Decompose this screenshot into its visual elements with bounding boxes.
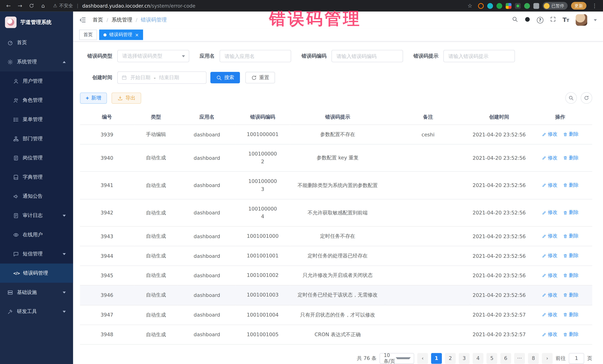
extension-icon[interactable] (524, 3, 530, 9)
show-search-toggle-button[interactable] (565, 92, 577, 104)
tab-error-code-management[interactable]: 错误码管理 × (99, 30, 143, 40)
page-size-select[interactable]: 10条/页 (380, 353, 414, 364)
delete-link[interactable]: 删除 (563, 331, 579, 338)
extension-icon[interactable] (497, 3, 502, 9)
page-button-4[interactable]: 4 (473, 353, 483, 364)
col-header-ops: 操作 (528, 110, 592, 125)
sidebar-item-home[interactable]: 首页 (0, 33, 73, 52)
browser-home-button[interactable]: ⌂ (38, 1, 48, 10)
date-range-picker[interactable]: 开始日期 - 结束日期 (117, 72, 207, 84)
sidebar-item-infrastructure[interactable]: 基础设施 (0, 283, 73, 302)
reset-button[interactable]: 重置 (245, 72, 275, 83)
cell-hint: 定时任务已经处于该状态，无需修改 (290, 286, 386, 305)
delete-link[interactable]: 删除 (563, 311, 579, 318)
tab-close-icon[interactable]: × (135, 33, 139, 37)
delete-link[interactable]: 删除 (563, 292, 579, 298)
sidebar-item-audit-log[interactable]: 审计日志 (0, 206, 73, 225)
sidebar-item-dict-management[interactable]: 字典管理 (0, 167, 73, 187)
edit-link[interactable]: 修改 (542, 331, 557, 338)
edit-link[interactable]: 修改 (542, 272, 557, 279)
extension-icon[interactable] (506, 3, 511, 9)
edit-link[interactable]: 修改 (542, 154, 557, 161)
sidebar-item-notice[interactable]: 通知公告 (0, 187, 73, 206)
app-name-label: 应用名 (200, 53, 215, 59)
tab-home[interactable]: 首页 (79, 30, 97, 40)
edit-link[interactable]: 修改 (542, 131, 557, 138)
cell-remark (386, 325, 470, 344)
page-button-8[interactable]: 8 (528, 353, 539, 364)
page-button-1[interactable]: 1 (431, 353, 442, 364)
app-logo[interactable]: 芋道管理系统 (0, 11, 73, 33)
delete-link[interactable]: 删除 (563, 182, 579, 188)
breadcrumb: 首页 / 系统管理 / 错误码管理 (93, 16, 167, 23)
sidebar-item-sms-management[interactable]: 短信管理 (0, 244, 73, 264)
delete-link[interactable]: 删除 (563, 272, 579, 279)
sidebar-item-system-management[interactable]: 系统管理 (0, 52, 73, 72)
browser-forward-button[interactable]: → (15, 1, 25, 10)
site-security-indicator[interactable]: ⚠ 不安全 (53, 2, 73, 9)
sidebar-item-dept-management[interactable]: 部门管理 (0, 129, 73, 148)
delete-link[interactable]: 删除 (563, 210, 579, 216)
cell-time: 2021-04-20 23:52:56 (470, 125, 528, 144)
browser-update-button[interactable]: 更新 (571, 2, 587, 10)
user-avatar[interactable] (576, 14, 587, 26)
edit-link[interactable]: 修改 (542, 210, 557, 216)
cell-remark: ceshi (386, 125, 470, 144)
edit-link[interactable]: 修改 (542, 292, 557, 298)
font-size-icon[interactable]: TT (563, 16, 569, 23)
edit-link[interactable]: 修改 (542, 233, 557, 240)
sidebar-item-dev-tools[interactable]: 研发工具 (0, 302, 73, 321)
goto-page-input[interactable] (569, 353, 584, 364)
browser-back-button[interactable]: ← (4, 1, 13, 10)
avatar-caret-down-icon[interactable] (594, 19, 597, 21)
address-bar[interactable]: dashboard.yudao.iocoder.cn/system/error-… (82, 3, 195, 9)
delete-link[interactable]: 删除 (563, 233, 579, 240)
delete-link[interactable]: 删除 (563, 154, 579, 161)
error-hint-input[interactable] (443, 50, 515, 62)
refresh-table-button[interactable] (581, 92, 592, 104)
github-icon[interactable] (524, 16, 530, 23)
delete-link[interactable]: 删除 (563, 253, 579, 259)
sidebar-item-error-code-management[interactable]: </> 错误码管理 (0, 264, 73, 283)
export-button[interactable]: 导出 (112, 92, 141, 103)
next-page-button[interactable]: › (542, 353, 553, 364)
app-name-input[interactable] (220, 50, 291, 62)
search-button[interactable]: 搜索 (210, 72, 240, 83)
screenshot-root: ← → ⌂ ⚠ 不安全 | dashboard.yudao.iocoder.cn… (0, 0, 603, 364)
page-button-6[interactable]: 6 (500, 353, 511, 364)
extension-icon[interactable] (515, 3, 521, 9)
bookmark-star-icon[interactable]: ☆ (465, 1, 475, 10)
sidebar-item-user-management[interactable]: 用户管理 (0, 72, 73, 91)
browser-reload-button[interactable] (27, 1, 36, 10)
edit-link[interactable]: 修改 (542, 311, 557, 318)
edit-link[interactable]: 修改 (542, 182, 557, 188)
breadcrumb-item-home[interactable]: 首页 (93, 16, 103, 23)
sidebar-item-online-users[interactable]: 在线用户 (0, 225, 73, 244)
cell-time: 2021-04-20 23:52:56 (470, 246, 528, 266)
header-search-icon[interactable] (512, 16, 518, 24)
sidebar-fold-button[interactable] (79, 16, 86, 23)
prev-page-button[interactable]: ‹ (417, 353, 428, 364)
browser-menu-dots-icon[interactable]: ⋮ (590, 1, 599, 10)
error-code-input[interactable] (332, 50, 403, 62)
page-button-3[interactable]: 3 (459, 353, 470, 364)
sidebar-item-menu-management[interactable]: 菜单管理 (0, 110, 73, 129)
profile-paused-chip[interactable]: 已暂停 (543, 2, 568, 10)
sidebar-item-label: 研发工具 (17, 308, 37, 315)
more-pages-button[interactable]: ··· (514, 353, 525, 364)
edit-link[interactable]: 修改 (542, 253, 557, 259)
sidebar-item-role-management[interactable]: 角色管理 (0, 91, 73, 110)
cell-remark (386, 172, 470, 199)
extensions-menu-icon[interactable] (533, 3, 539, 9)
help-icon[interactable]: ? (537, 17, 543, 23)
extension-icon[interactable] (478, 3, 484, 9)
add-button[interactable]: + 新增 (80, 92, 107, 103)
fullscreen-icon[interactable] (550, 16, 556, 24)
page-button-5[interactable]: 5 (487, 353, 497, 364)
sidebar-item-post-management[interactable]: 岗位管理 (0, 148, 73, 167)
delete-link[interactable]: 删除 (563, 131, 579, 138)
breadcrumb-item-system[interactable]: 系统管理 (112, 16, 132, 23)
extension-icon[interactable] (487, 3, 493, 9)
page-button-2[interactable]: 2 (445, 353, 456, 364)
error-type-select[interactable]: 请选择错误码类型 (117, 50, 189, 62)
